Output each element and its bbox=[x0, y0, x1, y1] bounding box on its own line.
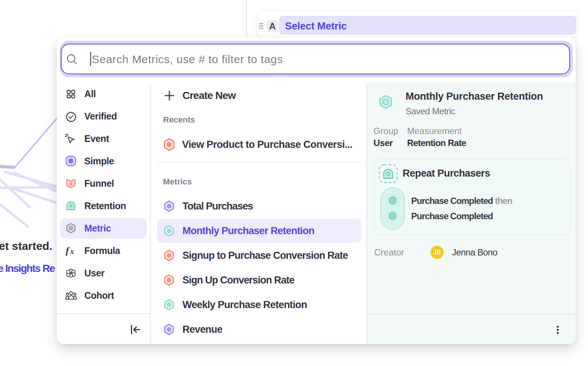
svg-text:x: x bbox=[70, 247, 74, 255]
svg-text:f: f bbox=[66, 245, 70, 256]
